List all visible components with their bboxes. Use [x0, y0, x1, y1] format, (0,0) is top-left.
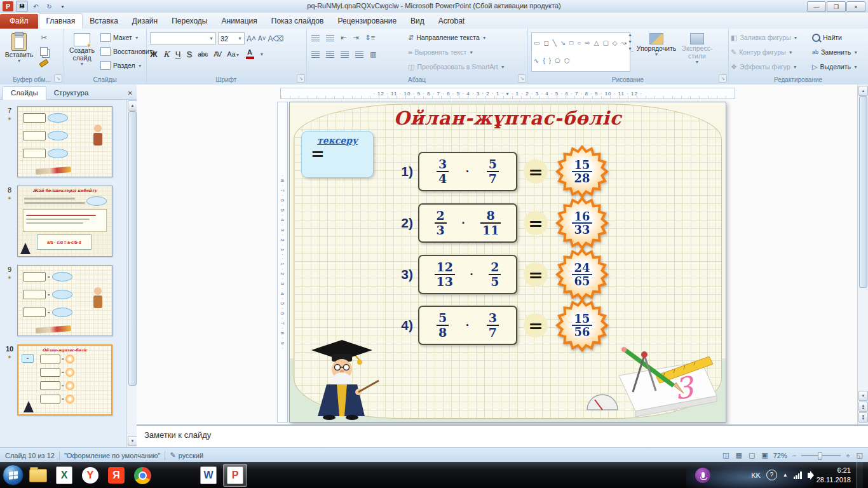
italic-button[interactable]: К — [163, 50, 170, 59]
qat-customize-arrow-icon[interactable]: ▼ — [57, 1, 68, 11]
drawing-dialog-launcher[interactable]: ↘ — [719, 74, 727, 83]
shape-oval-icon[interactable]: ○ — [577, 40, 581, 46]
check-button-shape[interactable]: тексеру = — [301, 131, 374, 178]
columns-icon[interactable]: ▥ — [370, 50, 376, 58]
taskbar-excel-icon[interactable]: X — [53, 464, 76, 486]
copy-icon[interactable] — [40, 47, 48, 56]
language-indicator[interactable]: русский — [179, 452, 203, 459]
panel-close-icon[interactable]: ✕ — [128, 90, 133, 97]
reading-view-icon[interactable]: ▢ — [747, 451, 756, 459]
animation-star-icon[interactable]: ✶ — [7, 274, 12, 281]
align-text-button[interactable]: ≡Выровнять текст▼ — [408, 46, 505, 58]
shape-bracket-icon[interactable]: } — [549, 58, 551, 64]
paste-button[interactable]: Вставить▼ — [4, 30, 34, 64]
problem-box[interactable]: 34 · 57 — [418, 152, 517, 191]
answer-star-badge[interactable]: 1633 — [555, 196, 609, 250]
book-tools-image[interactable]: 3 — [581, 336, 722, 420]
shape-outline-button[interactable]: ✎Контур фигуры▼ — [731, 46, 798, 58]
panel-scroll-up-icon[interactable]: ▲ — [128, 100, 137, 111]
font-color-button[interactable]: А — [246, 49, 254, 59]
minimize-button[interactable]: — — [807, 1, 826, 12]
taskbar-word-icon[interactable]: W — [197, 464, 220, 486]
shape-roundrect-icon[interactable]: ▢ — [602, 40, 608, 46]
clear-formatting-icon[interactable]: A⌫ — [268, 34, 284, 43]
help-tray-icon[interactable]: ? — [766, 470, 777, 480]
justify-icon[interactable] — [355, 51, 363, 58]
problem-row-3[interactable]: 3) 1213 · 25 = 2465 — [391, 255, 609, 294]
format-painter-icon[interactable] — [39, 59, 48, 68]
paragraph-dialog-launcher[interactable]: ↘ — [518, 74, 526, 83]
shapes-more-icon[interactable]: ▼̲ — [628, 46, 632, 51]
shape-rectangle-icon[interactable]: □ — [569, 40, 573, 46]
close-button[interactable]: × — [846, 1, 865, 12]
network-tray-icon[interactable] — [794, 471, 802, 479]
notes-placeholder[interactable]: Заметки к слайду — [137, 426, 868, 440]
powerpoint-app-icon[interactable]: P — [3, 1, 13, 11]
shape-scribble-icon[interactable]: ∿ — [534, 58, 539, 64]
tab-design[interactable]: Дизайн — [125, 14, 165, 29]
panel-scroll-thumb[interactable] — [128, 111, 137, 386]
problem-row-1[interactable]: 1) 34 · 57 = 1528 — [391, 152, 609, 191]
answer-star-badge[interactable]: 2465 — [555, 248, 609, 301]
font-name-combo[interactable]: ▼ — [150, 32, 216, 44]
underline-button[interactable]: Ч — [175, 50, 181, 59]
shapes-scroll-down-icon[interactable]: ▼ — [628, 39, 632, 44]
taskbar-clock[interactable]: 6:21 28.11.2018 — [817, 466, 851, 485]
grow-font-icon[interactable]: A˄ — [247, 34, 256, 43]
align-right-icon[interactable] — [341, 51, 349, 58]
zoom-slider[interactable] — [801, 455, 841, 456]
select-button[interactable]: ▷Выделить▼ — [812, 60, 858, 73]
tab-review[interactable]: Рецензирование — [330, 14, 403, 29]
microphone-tray-icon[interactable] — [695, 468, 710, 483]
char-spacing-button[interactable]: AV — [214, 50, 221, 58]
shape-diamond-icon[interactable]: ◇ — [613, 40, 618, 46]
shapes-gallery[interactable]: ▭ ◻ ╲ ↘ □ ○ ⇨ △ ▢ ◇ ↝ ∿ { } ⬠ ⬡ — [531, 32, 630, 72]
shape-triangle-icon[interactable]: △ — [594, 40, 599, 46]
next-slide-button[interactable]: ▼▼ — [858, 412, 868, 423]
strikethrough-button[interactable]: abc — [198, 51, 208, 58]
answer-star-badge[interactable]: 1528 — [555, 145, 609, 198]
panel-scroll-down-icon[interactable]: ▼ — [128, 436, 137, 446]
problem-box[interactable]: 58 · 37 — [418, 306, 517, 345]
slide-thumbnail-7[interactable] — [17, 106, 112, 177]
shape-arrow-icon[interactable]: ⇨ — [585, 40, 590, 46]
shape-pentagon-icon[interactable]: ⬠ — [555, 58, 560, 64]
problem-row-2[interactable]: 2) 23 · 811 = 1633 — [391, 203, 609, 243]
tab-slideshow[interactable]: Показ слайдов — [264, 14, 331, 29]
shape-effects-button[interactable]: ❖Эффекты фигур▼ — [731, 60, 798, 73]
previous-slide-button[interactable]: ▲▲ — [858, 402, 868, 412]
shape-arrow-line-icon[interactable]: ↘ — [560, 40, 566, 46]
tab-home[interactable]: Главная — [39, 13, 83, 29]
start-button[interactable] — [3, 464, 24, 485]
convert-smartart-button[interactable]: ◫Преобразовать в SmartArt▼ — [408, 60, 505, 73]
scroll-thumb[interactable] — [859, 96, 867, 288]
font-size-combo[interactable]: 32▼ — [218, 32, 245, 44]
new-slide-button[interactable]: Создать слайд▼ — [65, 30, 98, 67]
slide-thumbnail-8[interactable]: Жай бөлшектерді көбейту a/b · c/d = a·c/… — [17, 186, 112, 257]
animation-star-icon[interactable]: ✶ — [7, 354, 12, 360]
numbering-icon[interactable] — [326, 35, 334, 41]
tab-insert[interactable]: Вставка — [83, 14, 125, 29]
taskbar-chrome-icon[interactable] — [131, 464, 154, 486]
tab-file[interactable]: Файл — [0, 14, 38, 29]
shape-curve-icon[interactable]: ↝ — [621, 40, 627, 46]
save-icon[interactable]: 💾︎ — [16, 1, 28, 12]
shape-select-icon[interactable]: ▭ — [534, 40, 539, 46]
show-desktop-button[interactable] — [857, 462, 863, 488]
text-direction-button[interactable]: ⇵Направление текста▼ — [408, 31, 505, 44]
hidden-icons-arrow-icon[interactable]: ▲ — [783, 472, 788, 478]
animation-star-icon[interactable]: ✶ — [7, 116, 12, 122]
slide-sorter-view-icon[interactable]: ▦ — [734, 451, 743, 459]
font-color-arrow-icon[interactable]: ▼ — [260, 52, 264, 57]
shape-brace-icon[interactable]: { — [543, 58, 545, 64]
repeat-icon[interactable]: ↻ — [44, 1, 55, 11]
normal-view-icon[interactable]: ◫ — [721, 451, 730, 459]
zoom-slider-thumb[interactable] — [818, 452, 822, 460]
zoom-in-icon[interactable]: + — [844, 452, 851, 459]
animation-star-icon[interactable]: ✶ — [7, 195, 12, 201]
tab-animations[interactable]: Анимация — [214, 14, 264, 29]
text-shadow-button[interactable]: S — [186, 50, 192, 59]
fit-to-window-icon[interactable]: ◱ — [855, 451, 864, 459]
slideshow-view-icon[interactable]: ▣ — [760, 451, 769, 459]
clipboard-dialog-launcher[interactable]: ↘ — [54, 74, 62, 83]
